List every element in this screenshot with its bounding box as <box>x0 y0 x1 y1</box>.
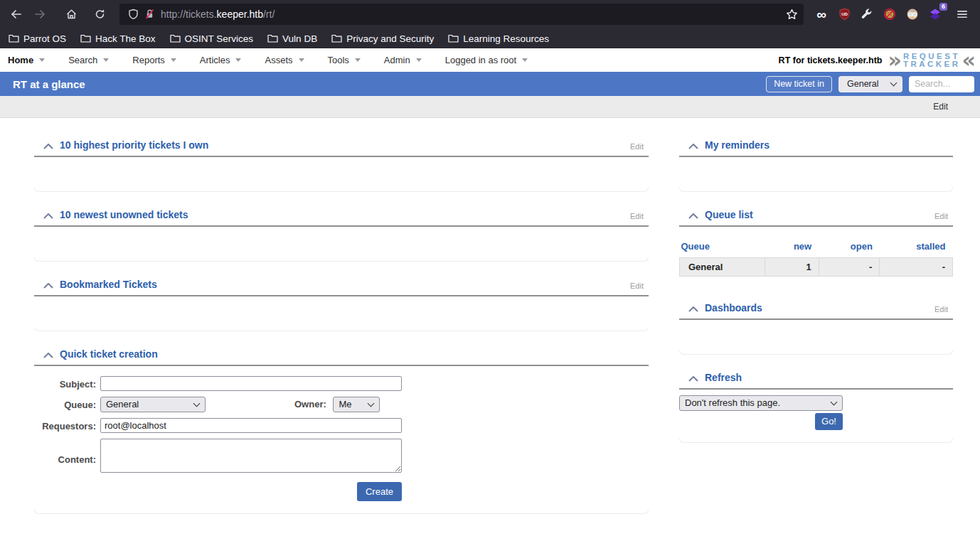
new-ticket-button[interactable]: New ticket in <box>766 76 832 92</box>
portlet-title[interactable]: Bookmarked Tickets <box>60 279 157 290</box>
chevron-down-icon <box>39 58 45 62</box>
chevron-up-icon[interactable] <box>43 213 53 219</box>
portlet-queue-list: Queue list Edit Queue new open stalled <box>679 209 953 277</box>
red-shield-extension-button[interactable]: UD <box>833 4 855 25</box>
bookmark-folder-privacy-and-security[interactable]: Privacy and Security <box>331 33 434 44</box>
request-tracker-logo[interactable]: » REQUEST TRACKER « <box>888 53 976 68</box>
bookmark-folder-parrot-os[interactable]: Parrot OS <box>9 33 66 44</box>
portlet-title[interactable]: My reminders <box>705 139 769 151</box>
folder-icon <box>170 34 181 43</box>
face-extension-button[interactable] <box>902 4 923 25</box>
shield-icon[interactable] <box>128 9 139 20</box>
bookmark-label: Parrot OS <box>23 33 66 44</box>
menu-item-logged-in-as-root[interactable]: Logged in as root <box>445 55 528 65</box>
bookmark-folder-learning-resources[interactable]: Learning Resources <box>448 33 549 44</box>
folder-icon <box>9 34 19 43</box>
subject-input[interactable] <box>100 376 402 391</box>
portlet-edit-link[interactable]: Edit <box>630 282 649 290</box>
home-icon <box>65 9 78 20</box>
chevron-up-icon[interactable] <box>688 144 698 149</box>
folder-icon <box>267 34 278 43</box>
cookie-blocker-extension-button[interactable] <box>879 4 900 25</box>
search-input[interactable] <box>909 76 974 92</box>
portlet-body <box>34 296 649 327</box>
refresh-interval-select[interactable]: Don't refresh this page. <box>679 395 843 411</box>
chevron-up-icon[interactable] <box>43 353 53 358</box>
menu-item-tools[interactable]: Tools <box>328 55 361 65</box>
bookmark-star-icon[interactable] <box>786 9 798 20</box>
wrench-extension-button[interactable] <box>856 4 878 25</box>
reload-button[interactable] <box>88 4 111 25</box>
menu-item-admin[interactable]: Admin <box>384 55 422 65</box>
chevron-down-icon <box>416 58 422 62</box>
content-textarea[interactable] <box>100 439 402 473</box>
new-ticket-queue-select[interactable]: General <box>838 76 902 92</box>
menu-item-reports[interactable]: Reports <box>132 55 176 65</box>
url-bar[interactable]: http://tickets.keeper.htb/rt/ <box>119 4 804 25</box>
chevron-down-icon <box>522 58 528 62</box>
new-count-cell[interactable]: 1 <box>765 258 819 277</box>
portlet-title[interactable]: 10 newest unowned tickets <box>60 209 188 220</box>
purple-layers-extension-button[interactable]: 6 <box>925 4 946 25</box>
owner-select[interactable]: Me <box>333 397 380 412</box>
go-button[interactable]: Go! <box>815 413 843 430</box>
portlet-title[interactable]: Quick ticket creation <box>60 348 158 360</box>
portlet-bottom-border <box>679 439 953 443</box>
reload-icon <box>94 9 106 20</box>
portlet-dashboards: Dashboards Edit <box>679 302 953 355</box>
chevron-up-icon[interactable] <box>688 376 698 382</box>
stalled-col-header: stalled <box>880 241 953 258</box>
menu-item-home[interactable]: Home <box>8 55 45 65</box>
chevron-up-icon[interactable] <box>688 213 698 219</box>
portlet-title[interactable]: Queue list <box>705 209 753 220</box>
forward-icon <box>34 9 46 20</box>
portlet-bottom-border <box>679 188 953 192</box>
folder-icon <box>448 34 459 43</box>
content-label: Content: <box>34 439 96 465</box>
url-scheme: http://tickets. <box>161 9 217 20</box>
page-edit-link[interactable]: Edit <box>933 102 948 112</box>
rt-menubar: Home Search Reports Articles Assets Tool… <box>0 48 980 72</box>
menu-item-assets[interactable]: Assets <box>265 55 304 65</box>
stalled-count-cell: - <box>880 258 953 277</box>
portlet-bottom-border <box>34 327 649 331</box>
forward-button[interactable] <box>28 4 51 25</box>
chevron-up-icon[interactable] <box>688 306 698 312</box>
portlet-body <box>34 157 649 188</box>
portlet-edit-link[interactable]: Edit <box>934 305 953 314</box>
screen: http://tickets.keeper.htb/rt/ ∞ UD <box>0 0 980 541</box>
home-button[interactable] <box>60 4 82 25</box>
queue-col-header: Queue <box>680 241 765 258</box>
bookmark-folder-vuln-db[interactable]: Vuln DB <box>267 33 317 44</box>
url-path: /rt/ <box>263 9 275 20</box>
menu-item-articles[interactable]: Articles <box>200 55 242 65</box>
bookmarks-bar: Parrot OS Hack The Box OSINT Services Vu… <box>0 28 980 48</box>
chevron-down-icon <box>235 58 241 62</box>
quick-ticket-form: Subject: Queue: General Owner: Me Reques… <box>34 376 649 510</box>
portlet-edit-link[interactable]: Edit <box>630 212 649 220</box>
chevron-up-icon[interactable] <box>43 283 53 289</box>
chevron-up-icon[interactable] <box>43 144 53 149</box>
portlet-title[interactable]: Dashboards <box>705 302 762 314</box>
requestors-input[interactable] <box>100 418 402 433</box>
back-button[interactable] <box>4 4 27 25</box>
portlet-bottom-border <box>34 257 649 262</box>
logo-right-chevrons: « <box>962 53 976 68</box>
bookmark-folder-osint-services[interactable]: OSINT Services <box>170 33 254 44</box>
portlet-title[interactable]: 10 highest priority tickets I own <box>60 139 208 151</box>
infinity-extension-button[interactable]: ∞ <box>811 4 832 25</box>
queue-name-cell[interactable]: General <box>680 258 765 277</box>
menu-item-search[interactable]: Search <box>68 55 109 65</box>
portlet-my-reminders: My reminders <box>679 139 953 192</box>
url-text: http://tickets.keeper.htb/rt/ <box>161 9 786 20</box>
bookmark-folder-hack-the-box[interactable]: Hack The Box <box>80 33 156 44</box>
page-header: RT at a glance New ticket in General <box>0 72 980 96</box>
create-button[interactable]: Create <box>357 482 402 501</box>
queue-select[interactable]: General <box>100 397 206 412</box>
menu-button[interactable] <box>952 4 973 25</box>
insecure-lock-icon[interactable] <box>144 9 155 20</box>
portlet-title[interactable]: Refresh <box>705 372 742 383</box>
portlet-bottom-border <box>34 188 649 192</box>
portlet-edit-link[interactable]: Edit <box>934 212 953 220</box>
portlet-edit-link[interactable]: Edit <box>630 142 649 151</box>
